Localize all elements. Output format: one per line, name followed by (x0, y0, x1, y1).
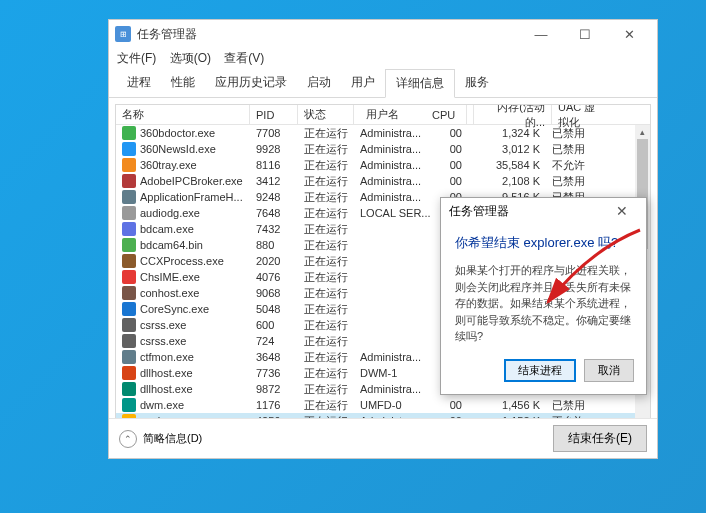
process-icon (122, 318, 136, 332)
col-cpu[interactable]: CPU (432, 105, 460, 124)
process-icon (122, 398, 136, 412)
tabs: 进程性能应用历史记录启动用户详细信息服务 (109, 69, 657, 98)
titlebar[interactable]: ⊞ 任务管理器 — ☐ ✕ (109, 20, 657, 48)
col-mem[interactable]: 内存(活动的... (474, 105, 552, 124)
tab-6[interactable]: 服务 (455, 69, 499, 97)
process-icon (122, 254, 136, 268)
tab-0[interactable]: 进程 (117, 69, 161, 97)
table-row[interactable]: explorer.exe4256正在运行Administra...001,152… (116, 413, 650, 418)
end-process-button[interactable]: 结束进程 (504, 359, 576, 382)
menu-options[interactable]: 选项(O) (170, 51, 211, 65)
fewer-details-button[interactable]: ⌃ 简略信息(D) (119, 430, 202, 448)
close-button[interactable]: ✕ (607, 20, 651, 48)
collapse-icon: ⌃ (119, 430, 137, 448)
end-task-button[interactable]: 结束任务(E) (553, 425, 647, 452)
table-row[interactable]: 360tray.exe8116正在运行Administra...0035,584… (116, 157, 650, 173)
scroll-up-icon[interactable]: ▴ (635, 125, 650, 139)
table-row[interactable]: AdobeIPCBroker.exe3412正在运行Administra...0… (116, 173, 650, 189)
table-row[interactable]: dwm.exe1176正在运行UMFD-0001,456 K已禁用 (116, 397, 650, 413)
col-status[interactable]: 状态 (298, 105, 354, 124)
confirm-dialog: 任务管理器 ✕ 你希望结束 explorer.exe 吗? 如果某个打开的程序与… (440, 197, 647, 395)
tab-3[interactable]: 启动 (297, 69, 341, 97)
process-icon (122, 334, 136, 348)
process-icon (122, 158, 136, 172)
tab-2[interactable]: 应用历史记录 (205, 69, 297, 97)
table-header: 名称 PID 状态 用户名 CPU 内存(活动的... UAC 虚拟化 (116, 105, 650, 125)
footer: ⌃ 简略信息(D) 结束任务(E) (109, 418, 657, 458)
maximize-button[interactable]: ☐ (563, 20, 607, 48)
col-pid[interactable]: PID (250, 105, 298, 124)
process-icon (122, 174, 136, 188)
tab-5[interactable]: 详细信息 (385, 69, 455, 98)
cancel-button[interactable]: 取消 (584, 359, 634, 382)
process-icon (122, 382, 136, 396)
process-icon (122, 366, 136, 380)
col-uac[interactable]: UAC 虚拟化 (552, 105, 602, 124)
window-title: 任务管理器 (137, 26, 519, 43)
menubar: 文件(F) 选项(O) 查看(V) (109, 48, 657, 69)
table-row[interactable]: 360bdoctor.exe7708正在运行Administra...001,3… (116, 125, 650, 141)
process-icon (122, 142, 136, 156)
col-name[interactable]: 名称 (116, 105, 250, 124)
col-user[interactable]: 用户名 (366, 105, 432, 124)
process-icon (122, 222, 136, 236)
menu-file[interactable]: 文件(F) (117, 51, 156, 65)
process-icon (122, 126, 136, 140)
process-icon (122, 238, 136, 252)
dialog-title: 任务管理器 (449, 203, 606, 220)
app-icon: ⊞ (115, 26, 131, 42)
tab-1[interactable]: 性能 (161, 69, 205, 97)
process-icon (122, 270, 136, 284)
process-icon (122, 302, 136, 316)
process-icon (122, 350, 136, 364)
menu-view[interactable]: 查看(V) (224, 51, 264, 65)
process-icon (122, 190, 136, 204)
table-row[interactable]: 360NewsId.exe9928正在运行Administra...003,01… (116, 141, 650, 157)
dialog-titlebar[interactable]: 任务管理器 ✕ (441, 198, 646, 224)
dialog-message: 如果某个打开的程序与此进程关联，则会关闭此程序并且将丢失所有未保存的数据。如果结… (455, 262, 632, 345)
tab-4[interactable]: 用户 (341, 69, 385, 97)
process-icon (122, 206, 136, 220)
dialog-close-icon[interactable]: ✕ (606, 203, 638, 219)
process-icon (122, 414, 136, 418)
minimize-button[interactable]: — (519, 20, 563, 48)
process-icon (122, 286, 136, 300)
dialog-question: 你希望结束 explorer.exe 吗? (455, 234, 632, 252)
